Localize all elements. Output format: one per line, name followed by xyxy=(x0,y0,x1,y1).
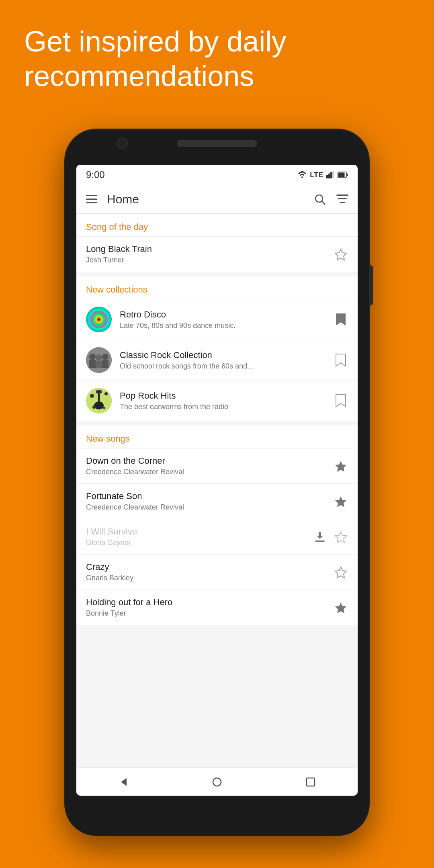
svg-marker-38 xyxy=(335,567,346,578)
collection-item-2[interactable]: Pop Rock Hits The best earworms from the… xyxy=(76,380,358,421)
new-songs-header: New songs xyxy=(76,426,358,448)
collection-action-1 xyxy=(334,353,348,367)
svg-rect-1 xyxy=(328,174,330,178)
bottom-nav xyxy=(76,768,358,796)
collection-title-1: Classic Rock Collection xyxy=(120,350,330,360)
svg-marker-34 xyxy=(335,461,346,472)
svg-rect-3 xyxy=(332,171,334,178)
collection-thumb-0 xyxy=(86,307,112,332)
recents-button[interactable] xyxy=(301,772,320,792)
svg-rect-0 xyxy=(326,175,328,178)
song-item-3[interactable]: Crazy Gnarls Barkley xyxy=(76,554,358,590)
svg-rect-23 xyxy=(96,361,102,368)
song-item-0[interactable]: Down on the Corner Creedence Clearwater … xyxy=(76,448,358,483)
collection-desc-1: Old school rock songs from the 60s and..… xyxy=(120,362,330,371)
svg-rect-21 xyxy=(89,360,96,368)
song-text-1: Fortunate Son Creedence Clearwater Reviv… xyxy=(86,491,330,512)
svg-point-32 xyxy=(103,407,105,409)
search-icon[interactable] xyxy=(313,192,327,207)
phone-side-button xyxy=(369,265,373,305)
signal-icon xyxy=(326,171,334,178)
song-of-day-action xyxy=(334,247,348,262)
collection-text-1: Classic Rock Collection Old school rock … xyxy=(120,350,330,371)
song-of-day-section: Song of the day Long Black Train Josh Tu… xyxy=(76,214,358,272)
collection-item-1[interactable]: Classic Rock Collection Old school rock … xyxy=(76,340,358,380)
new-collections-header: New collections xyxy=(76,276,358,299)
menu-icon[interactable] xyxy=(84,192,99,207)
song-item-2[interactable]: I Will Survive Gloria Gaynor xyxy=(76,519,358,554)
hero-title: Get inspired by daily recommendations xyxy=(24,25,286,92)
song-text-3: Crazy Gnarls Barkley xyxy=(86,562,330,582)
back-button[interactable] xyxy=(114,772,133,792)
song-star-2[interactable] xyxy=(334,530,348,544)
phone-camera xyxy=(117,137,128,149)
svg-point-41 xyxy=(213,778,221,786)
collection-desc-2: The best earworms from the radio xyxy=(120,403,330,411)
song-star-4[interactable] xyxy=(334,600,348,615)
collection-action-2 xyxy=(334,393,348,408)
song-of-day-title: Long Black Train xyxy=(86,244,330,254)
svg-rect-25 xyxy=(102,360,108,368)
song-of-day-star[interactable] xyxy=(334,247,348,262)
collection-bookmark-1[interactable] xyxy=(334,353,348,367)
svg-point-30 xyxy=(90,394,94,398)
song-star-3[interactable] xyxy=(334,565,348,579)
song-item-1[interactable]: Fortunate Son Creedence Clearwater Reviv… xyxy=(76,483,358,519)
status-icons: LTE xyxy=(298,171,348,179)
song-of-day-header: Song of the day xyxy=(76,214,358,236)
song-title-2: I Will Survive xyxy=(86,526,309,537)
home-button[interactable] xyxy=(207,772,227,792)
song-artist-0: Creedence Clearwater Revival xyxy=(86,468,330,476)
song-of-day-item[interactable]: Long Black Train Josh Turner xyxy=(76,236,358,272)
content-scroll[interactable]: Song of the day Long Black Train Josh Tu… xyxy=(76,214,358,768)
collection-text-0: Retro Disco Late 70s, 80s and 90s dance … xyxy=(120,309,330,330)
battery-icon xyxy=(338,172,348,178)
svg-rect-7 xyxy=(86,195,97,196)
song-action-4 xyxy=(334,600,348,615)
song-star-0[interactable] xyxy=(334,459,348,473)
svg-point-31 xyxy=(104,392,108,395)
filter-icon[interactable] xyxy=(335,192,350,207)
new-songs-section: New songs Down on the Corner Creedence C… xyxy=(76,426,358,625)
svg-point-29 xyxy=(96,390,102,394)
svg-rect-42 xyxy=(307,778,315,786)
svg-rect-6 xyxy=(338,173,345,177)
song-artist-4: Bonnie Tyler xyxy=(86,609,330,618)
svg-rect-13 xyxy=(338,198,347,199)
song-artist-2: Gloria Gaynor xyxy=(86,538,309,547)
collection-action-0 xyxy=(334,312,348,327)
song-title-0: Down on the Corner xyxy=(86,456,330,466)
svg-line-11 xyxy=(322,201,325,205)
song-text-4: Holding out for a Hero Bonnie Tyler xyxy=(86,597,330,618)
status-bar: 9:00 LTE xyxy=(76,165,358,185)
phone-mockup: 9:00 LTE xyxy=(64,129,370,836)
svg-marker-37 xyxy=(335,532,346,542)
collection-text-2: Pop Rock Hits The best earworms from the… xyxy=(120,391,330,411)
collection-thumb-2 xyxy=(86,388,112,414)
collection-title-0: Retro Disco xyxy=(120,309,330,320)
song-artist-3: Gnarls Barkley xyxy=(86,574,330,582)
wifi-icon xyxy=(298,171,307,178)
collection-title-2: Pop Rock Hits xyxy=(120,391,330,401)
collection-item-0[interactable]: Retro Disco Late 70s, 80s and 90s dance … xyxy=(76,299,358,340)
svg-rect-2 xyxy=(330,172,332,178)
song-star-1[interactable] xyxy=(334,494,348,509)
song-text-0: Down on the Corner Creedence Clearwater … xyxy=(86,456,330,476)
song-download-2[interactable] xyxy=(313,530,327,544)
svg-marker-35 xyxy=(335,496,346,507)
song-item-4[interactable]: Holding out for a Hero Bonnie Tyler xyxy=(76,590,358,625)
svg-point-22 xyxy=(96,354,102,361)
song-of-day-artist: Josh Turner xyxy=(86,256,330,264)
svg-rect-28 xyxy=(98,392,100,406)
collection-bookmark-0[interactable] xyxy=(334,312,348,327)
app-bar: Home xyxy=(76,185,358,214)
collection-bookmark-2[interactable] xyxy=(334,393,348,408)
song-action-1 xyxy=(334,494,348,509)
svg-rect-5 xyxy=(347,174,348,176)
status-time: 9:00 xyxy=(86,169,105,180)
lte-icon: LTE xyxy=(310,171,323,179)
new-collections-section: New collections xyxy=(76,276,358,421)
svg-marker-15 xyxy=(335,249,346,260)
svg-point-10 xyxy=(315,195,323,202)
svg-point-20 xyxy=(89,354,96,360)
